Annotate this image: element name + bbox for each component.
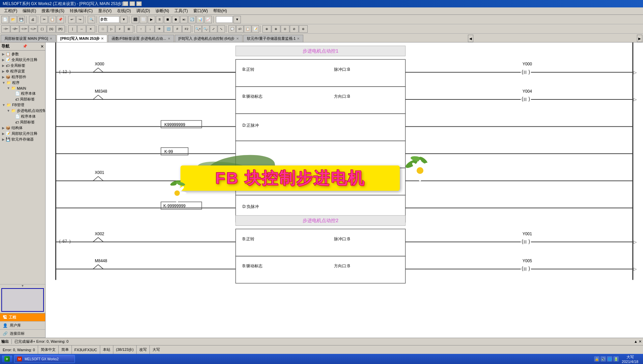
tb-stmnt[interactable]: 📋 — [244, 25, 251, 33]
tb-open[interactable]: 📂 — [9, 16, 17, 23]
tray-icon-3[interactable]: 🌐 — [607, 356, 612, 362]
tb-btn8[interactable]: 🔄 — [188, 16, 196, 23]
tb-coil-r[interactable]: (R) — [56, 25, 65, 33]
tb-save[interactable]: 💾 — [18, 16, 25, 23]
tab-nav-right[interactable]: ▶ — [637, 35, 642, 42]
tb-btn6[interactable]: ⏺ — [172, 16, 179, 23]
tb-btn7[interactable]: ⏯ — [180, 16, 188, 23]
tb-extra1[interactable]: ⊕ — [262, 25, 271, 33]
tb-func-edge[interactable]: ▷ — [108, 25, 115, 33]
tb-combo-down[interactable]: ▼ — [120, 16, 128, 23]
tb-btn2[interactable]: ⬜ — [140, 16, 147, 23]
tb-force[interactable]: F — [173, 25, 182, 33]
tb-contact-a[interactable]: ⊣⊢ — [1, 25, 10, 33]
toolbar-combo[interactable] — [99, 16, 119, 23]
tree-main-local-label[interactable]: ▶ 🏷 局部标签 — [10, 96, 45, 102]
tb-print[interactable]: 🖨 — [29, 16, 36, 23]
menu-convert[interactable]: 转换/编译(C) — [67, 7, 95, 14]
tb-btn1[interactable]: ⬛ — [132, 16, 139, 23]
tree-fb-mgmt[interactable]: ▼ 📁 FB管理 — [1, 102, 45, 108]
tb-copy[interactable]: 📋 — [49, 16, 56, 23]
tb-monitor[interactable]: 👁 — [155, 25, 164, 33]
tree-main[interactable]: ▼ 📁 MAIN — [5, 86, 45, 91]
toolbar-combo2[interactable] — [216, 16, 233, 23]
sidebar-close-btn[interactable]: ✕ — [40, 44, 44, 49]
tab-nav-left[interactable]: ◀ — [468, 35, 473, 42]
menu-diag[interactable]: 诊断(N) — [153, 7, 172, 14]
tab-fb-prg[interactable]: [FB]写入 步进电机点动控制 (64)步 ✕ — [175, 35, 243, 42]
tree-struct[interactable]: ▶ 📦 结构体 — [1, 125, 45, 131]
sidebar-tab-userlib[interactable]: 👤 用户库 — [0, 322, 45, 330]
tb-find[interactable]: 🔍 — [88, 16, 95, 23]
tb-btn5[interactable]: ⏹ — [164, 16, 171, 23]
tb-alias[interactable]: 🏷 — [236, 25, 244, 33]
close-button[interactable]: ✕ — [136, 1, 142, 6]
tb-redo[interactable]: ↪ — [76, 16, 84, 23]
tree-device-memory[interactable]: ▶ 💾 软元件存储器 — [1, 136, 45, 142]
tab-fb-labels-close[interactable]: ✕ — [168, 37, 170, 40]
tb-cut[interactable]: ✂ — [40, 16, 48, 23]
menu-online[interactable]: 在线(O) — [114, 7, 134, 14]
tb-vert-line[interactable]: | — [68, 25, 77, 33]
tb-zoomin[interactable]: 🔍+ — [194, 25, 202, 33]
tb-btn10[interactable]: 📈 — [204, 16, 212, 23]
tb-horiz-line[interactable]: ─ — [77, 25, 86, 33]
tab-device-monitor-close[interactable]: ✕ — [297, 37, 300, 40]
tb-monitor-val[interactable]: 🔢 — [164, 25, 173, 33]
menu-project[interactable]: 工程(F) — [1, 7, 20, 14]
start-button[interactable]: Ir — [1, 355, 13, 363]
tb-extra3[interactable]: ⊙ — [281, 25, 289, 33]
tree-sc-body[interactable]: ▶ 📄 程序本体 — [10, 114, 45, 119]
tab-main-prg-close[interactable]: ✕ — [101, 37, 104, 40]
menu-window[interactable]: 窗口(W) — [191, 7, 211, 14]
tray-icon-1[interactable]: 🔒 — [594, 356, 599, 362]
tb-zoomout[interactable]: 🔍- — [202, 25, 209, 33]
tb-extra5[interactable]: ⊚ — [299, 25, 308, 33]
tree-prog-settings[interactable]: ▶ ⚙ 程序设置 — [1, 68, 45, 74]
menu-view[interactable]: 显示(V) — [95, 7, 114, 14]
tb-read[interactable]: ↑ — [137, 25, 145, 33]
tb-del-line[interactable]: ✕ — [86, 25, 95, 33]
menu-help[interactable]: 帮助(H) — [211, 7, 230, 14]
tb-force2[interactable]: F2 — [182, 25, 191, 33]
minimize-button[interactable]: ─ — [123, 1, 128, 6]
tree-stepper-ctrl[interactable]: ▼ 📁 步进电机点动控制 — [5, 108, 45, 114]
tb-btn4[interactable]: ⏸ — [156, 16, 163, 23]
tb-btn3[interactable]: ▶ — [148, 16, 155, 23]
tb-collapse[interactable]: ⤡ — [218, 25, 225, 33]
tree-main-body[interactable]: ▶ 📄 程序本体 — [10, 91, 45, 96]
tb-expand[interactable]: ⤢ — [210, 25, 217, 33]
tab-device-monitor[interactable]: 软元件/重子存储器批量监视-1 ✕ — [243, 35, 304, 42]
tab-fb-labels[interactable]: 函数/FB标签设置 步进电机点动... ✕ — [108, 35, 174, 42]
tb-ladder[interactable]: ⊞ — [124, 25, 133, 33]
menu-search[interactable]: 搜索/替换(S) — [39, 7, 67, 14]
tab-local-labels[interactable]: 局部标签设置 MAIN [PRG] ✕ — [1, 35, 56, 42]
tb-extra4[interactable]: ⊘ — [290, 25, 299, 33]
tb-note[interactable]: 📝 — [252, 25, 259, 33]
tb-undo[interactable]: ↩ — [68, 16, 76, 23]
tab-fb-prg-close[interactable]: ✕ — [236, 37, 239, 40]
tb-inv[interactable]: ≠ — [115, 25, 124, 33]
tree-global-labels[interactable]: ▶ 🏷 全局标签 — [1, 63, 45, 68]
tab-local-labels-close[interactable]: ✕ — [50, 37, 52, 40]
tb-combo2-down[interactable]: ▼ — [233, 16, 241, 23]
tree-global-comment[interactable]: ▶ 📝 全局软元件注释 — [1, 57, 45, 63]
tb-func-box[interactable]: □ — [99, 25, 107, 33]
tb-contact-b[interactable]: ⊣/⊢ — [10, 25, 19, 33]
tab-main-prg[interactable]: [PRG]写入 MAIN 253步 ✕ — [57, 35, 108, 42]
tb-btn9[interactable]: 📊 — [196, 16, 204, 23]
menu-edit[interactable]: 编辑(E) — [20, 7, 39, 14]
taskbar-app-melsoft[interactable]: M MELSOFT GX Works2 — [14, 355, 75, 363]
tray-icon-2[interactable]: 🔊 — [600, 356, 606, 362]
menu-debug[interactable]: 调试(D) — [134, 7, 153, 14]
tree-prog-parts[interactable]: ▶ 📦 程序部件 — [1, 74, 45, 80]
tb-coil[interactable]: ( ) — [38, 25, 47, 33]
tray-icon-4[interactable]: 🔋 — [613, 356, 619, 362]
tree-local-comment[interactable]: ▶ 📝 局部软元件注释 — [1, 131, 45, 136]
tb-new[interactable]: 📄 — [1, 16, 9, 23]
output-toggle-btn[interactable]: ▲ ✕ — [634, 339, 642, 344]
menu-tools[interactable]: 工具(T) — [172, 7, 190, 14]
tree-params[interactable]: ▶ 📋 参数 — [1, 51, 45, 57]
tree-program[interactable]: ▼ 📁 程序 — [1, 80, 45, 86]
tb-contact-n[interactable]: ⊣↓⊢ — [29, 25, 37, 33]
